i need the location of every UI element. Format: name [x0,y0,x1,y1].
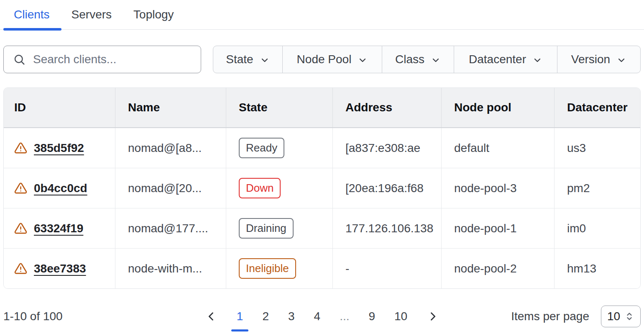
tab-clients[interactable]: Clients [14,0,50,29]
pagination-ellipsis: ... [330,310,359,323]
node-pool-cell: node-pool-1 [442,208,555,248]
tab-servers[interactable]: Servers [72,0,112,29]
results-range: 1-10 of 100 [3,310,195,323]
node-pool-cell: node-pool-2 [442,249,555,288]
address-cell: 177.126.106.138 [333,208,442,248]
client-id-link[interactable]: 38ee7383 [34,262,86,275]
warning-triangle-icon [14,222,27,235]
id-cell: 63324f19 [4,208,115,248]
items-per-page-select[interactable]: 10 [601,306,641,327]
filter-datacenter[interactable]: Datacenter [454,46,557,73]
page-button-1[interactable]: 1 [227,310,253,323]
state-cell: Down [226,168,333,208]
up-down-chevrons-icon [624,311,634,321]
tab-topology[interactable]: Toplogy [133,0,174,29]
page-button-4[interactable]: 4 [304,310,330,323]
warning-triangle-icon [14,262,27,275]
node-pool-cell: node-pool-3 [442,168,555,208]
chevron-down-icon [358,55,368,65]
items-per-page-value: 10 [607,310,620,323]
chevron-down-icon [260,55,270,65]
filter-node-pool-label: Node Pool [297,53,352,66]
table-row[interactable]: 0b4cc0cd nomad@[20... Down [20ea:196a:f6… [4,168,640,208]
name-cell: node-with-m... [115,249,226,288]
node-pool-cell: default [442,128,555,168]
filter-version[interactable]: Version [557,46,640,73]
filter-class[interactable]: Class [382,46,454,73]
table-footer: 1-10 of 100 1 2 3 4 ... 9 10 Items per p… [3,306,641,327]
chevron-left-icon [205,311,217,322]
datacenter-cell: pm2 [555,168,640,208]
column-header-state: State [226,88,333,127]
client-id-link[interactable]: 385d5f92 [34,141,84,155]
name-cell: nomad@[20... [115,168,226,208]
filter-node-pool[interactable]: Node Pool [283,46,382,73]
chevron-right-icon [427,311,439,322]
table-row[interactable]: 38ee7383 node-with-m... Ineligible - nod… [4,248,640,288]
datacenter-cell: im0 [555,208,640,248]
column-header-node-pool: Node pool [442,88,555,127]
page-button-3[interactable]: 3 [279,310,304,323]
column-header-datacenter: Datacenter [555,88,640,127]
chevron-down-icon [532,55,542,65]
name-cell: nomad@[a8... [115,128,226,168]
search-box[interactable] [3,46,201,73]
items-per-page-label: Items per page [511,310,589,323]
column-header-id: ID [4,88,115,127]
filter-class-label: Class [395,53,424,66]
clients-table: ID Name State Address Node pool Datacent… [3,87,641,289]
chevron-down-icon [616,55,626,65]
tab-bar: Clients Servers Toplogy [0,0,644,30]
address-cell: [a837:e308:ae [333,128,442,168]
search-icon [13,53,26,66]
prev-page-button[interactable] [195,311,227,322]
state-badge: Down [239,178,281,198]
page-button-2[interactable]: 2 [253,310,279,323]
page-button-9[interactable]: 9 [359,310,385,323]
state-badge: Ready [239,138,284,158]
next-page-button[interactable] [417,311,449,322]
pagination: 1 2 3 4 ... 9 10 [195,310,449,323]
state-badge: Ineligible [239,258,296,279]
id-cell: 0b4cc0cd [4,168,115,208]
state-cell: Ineligible [226,249,333,288]
table-header-row: ID Name State Address Node pool Datacent… [4,88,640,128]
address-cell: - [333,249,442,288]
filter-state-label: State [226,53,253,66]
filter-group: State Node Pool Class Datacenter Version [213,46,641,73]
warning-triangle-icon [14,141,27,154]
address-cell: [20ea:196a:f68 [333,168,442,208]
state-badge: Draining [239,218,294,239]
toolbar: State Node Pool Class Datacenter Version [3,46,641,73]
search-input[interactable] [32,52,192,67]
state-cell: Ready [226,128,333,168]
table-row[interactable]: 385d5f92 nomad@[a8... Ready [a837:e308:a… [4,128,640,168]
column-header-name: Name [115,88,226,127]
filter-version-label: Version [571,53,610,66]
name-cell: nomad@177.... [115,208,226,248]
datacenter-cell: us3 [555,128,640,168]
client-id-link[interactable]: 0b4cc0cd [34,182,87,195]
id-cell: 385d5f92 [4,128,115,168]
column-header-address: Address [333,88,442,127]
chevron-down-icon [431,55,441,65]
filter-state[interactable]: State [213,46,283,73]
datacenter-cell: hm13 [555,249,640,288]
state-cell: Draining [226,208,333,248]
filter-datacenter-label: Datacenter [469,53,526,66]
client-id-link[interactable]: 63324f19 [34,222,83,235]
page-button-10[interactable]: 10 [385,310,417,323]
table-row[interactable]: 63324f19 nomad@177.... Draining 177.126.… [4,208,640,248]
warning-triangle-icon [14,182,27,195]
id-cell: 38ee7383 [4,249,115,288]
